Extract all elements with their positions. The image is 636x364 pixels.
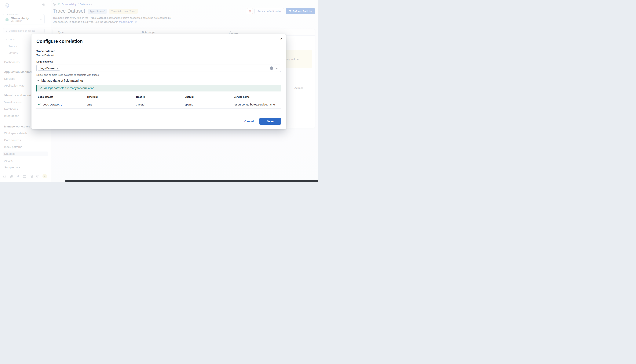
- trace-dataset-heading: Trace dataset: [36, 49, 281, 53]
- cell-logs-dataset: Logs Dataset: [36, 100, 85, 108]
- logs-datasets-combobox[interactable]: Logs Dataset × ×: [36, 64, 281, 72]
- bottom-dark-bar: [65, 180, 318, 182]
- cell-service-name: resource.attributes.service.name: [232, 100, 281, 108]
- header-trace-id: Trace Id: [134, 94, 183, 100]
- mappings-table: Logs dataset Timefield Trace Id Span Id …: [36, 94, 281, 109]
- header-timefield: Timefield: [85, 94, 134, 100]
- selected-dataset-pill[interactable]: Logs Dataset ×: [38, 66, 60, 71]
- header-logs-dataset: Logs dataset: [36, 94, 85, 100]
- header-span-id: Span Id: [183, 94, 232, 100]
- chevron-down-icon[interactable]: [275, 67, 279, 70]
- logs-datasets-label: Logs datasets: [36, 60, 281, 63]
- manage-mappings-accordion[interactable]: Manage dataset field mappings: [36, 79, 281, 82]
- success-message: All logs datasets are ready for correlat…: [44, 86, 94, 90]
- modal-footer: Cancel Save: [245, 118, 281, 124]
- success-callout: All logs datasets are ready for correlat…: [36, 85, 281, 92]
- cell-trace-id: traceId: [134, 100, 183, 108]
- clear-selection-icon[interactable]: ×: [270, 66, 273, 70]
- cancel-button[interactable]: Cancel: [245, 120, 254, 123]
- app-screen: WORKSPACE Observability Observability Lo…: [0, 0, 318, 182]
- configure-correlation-modal: × Configure correlation Trace dataset Tr…: [32, 34, 286, 129]
- close-icon[interactable]: ×: [279, 36, 284, 41]
- mappings-table-header: Logs dataset Timefield Trace Id Span Id …: [36, 94, 281, 100]
- accordion-label: Manage dataset field mappings: [41, 79, 83, 82]
- check-icon: [39, 86, 42, 90]
- combobox-controls: ×: [270, 66, 279, 70]
- cell-timefield: time: [85, 100, 134, 108]
- remove-pill-icon[interactable]: ×: [57, 67, 58, 70]
- modal-title: Configure correlation: [36, 38, 281, 44]
- save-button[interactable]: Save: [259, 118, 281, 124]
- logs-datasets-helper: Select one or more Logs datasets to corr…: [36, 73, 281, 76]
- check-icon: [38, 103, 41, 106]
- trace-dataset-value: Trace Dataset: [36, 54, 281, 57]
- chevron-down-icon: [36, 79, 39, 82]
- row-dataset-label: Logs Dataset: [43, 103, 59, 106]
- pill-label: Logs Dataset: [40, 67, 55, 70]
- table-row: Logs Dataset time traceId spanId resourc…: [36, 100, 281, 109]
- edit-pencil-icon[interactable]: [61, 103, 64, 106]
- cell-span-id: spanId: [183, 100, 232, 108]
- header-service-name: Service name: [232, 94, 281, 100]
